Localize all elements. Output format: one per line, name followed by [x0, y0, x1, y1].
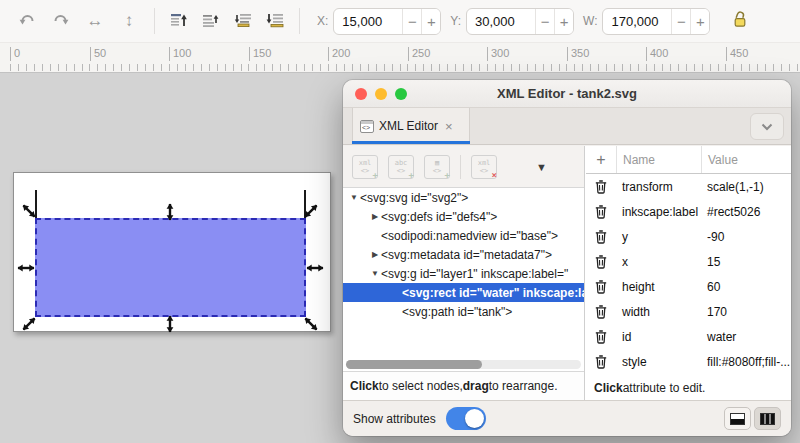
main-toolbar: ↔ ↕ X: 15,000 − + Y: 30,000 [0, 0, 800, 42]
new-element-node-button[interactable]: xml<>+ [352, 155, 378, 179]
y-increment-button[interactable]: + [554, 8, 573, 35]
tank-left-wall[interactable] [35, 190, 37, 220]
attribute-name[interactable]: style [616, 355, 701, 369]
attribute-name[interactable]: y [616, 230, 701, 244]
xml-node-tree: ▼ <svg:svg id="svg2"> ▶ <svg:defs id="de… [343, 188, 584, 348]
water-rect-selected[interactable] [35, 218, 306, 317]
delete-attribute-button[interactable] [586, 355, 616, 369]
attribute-value[interactable]: fill:#8080ff;fill-... [701, 355, 791, 369]
hint-text: attribute to edit. [623, 381, 706, 395]
attribute-value[interactable]: -90 [701, 230, 791, 244]
attribute-name[interactable]: inkscape:label [616, 205, 701, 219]
ruler-label: 200 [328, 47, 350, 61]
y-label: Y: [450, 14, 461, 28]
scrollbar-thumb[interactable] [346, 360, 482, 369]
attribute-row-transform[interactable]: transform scale(1,-1) [586, 174, 791, 199]
flip-vertical-button[interactable]: ↕ [112, 6, 146, 36]
attribute-row-inkscape-label[interactable]: inkscape:label #rect5026 [586, 199, 791, 224]
toolbar-separator [154, 8, 155, 34]
y-input[interactable]: 30,000 [467, 14, 535, 29]
ruler-label: 350 [567, 47, 589, 61]
attribute-name[interactable]: transform [616, 180, 701, 194]
w-increment-button[interactable]: + [690, 8, 709, 35]
attribute-value[interactable]: 15 [701, 255, 791, 269]
active-tab-indicator [352, 141, 470, 144]
attribute-row-y[interactable]: y -90 [586, 224, 791, 249]
delete-attribute-button[interactable] [586, 280, 616, 294]
tree-node-metadata[interactable]: ▶ <svg:metadata id="metadata7"> [343, 245, 584, 264]
horizontal-scrollbar[interactable] [346, 360, 581, 369]
vertical-layout-button[interactable] [754, 407, 781, 430]
hint-text: to select nodes, [379, 379, 463, 393]
add-attribute-button[interactable]: + [586, 146, 616, 173]
ruler-label: 400 [646, 47, 668, 61]
horizontal-layout-button[interactable] [724, 407, 751, 430]
attribute-name[interactable]: id [616, 330, 701, 344]
lock-ratio-button[interactable] [732, 10, 749, 32]
window-titlebar[interactable]: XML Editor - tank2.svg [343, 80, 791, 108]
raise-button[interactable] [195, 6, 227, 36]
dialog-menu-button[interactable] [750, 113, 784, 140]
x-decrement-button[interactable]: − [402, 8, 421, 35]
tree-node-defs[interactable]: ▶ <svg:defs id="defs4"> [343, 207, 584, 226]
delete-attribute-button[interactable] [586, 255, 616, 269]
tank-right-wall[interactable] [304, 190, 306, 220]
attribute-row-height[interactable]: height 60 [586, 274, 791, 299]
lower-icon [234, 12, 252, 31]
undo-button[interactable] [10, 6, 44, 36]
new-text-node-button[interactable]: abc<>+ [388, 155, 414, 179]
attribute-value[interactable]: 170 [701, 305, 791, 319]
delete-node-button[interactable]: xml<>× [471, 155, 497, 179]
attribute-value[interactable]: 60 [701, 280, 791, 294]
attributes-panel: + Name Value transform scale(1,-1) inksc… [586, 146, 791, 400]
trash-icon [595, 280, 607, 294]
w-field-group: W: 170,000 − + [574, 8, 710, 35]
attribute-name[interactable]: height [616, 280, 701, 294]
expander-open-icon[interactable]: ▼ [369, 269, 381, 278]
attribute-row-width[interactable]: width 170 [586, 299, 791, 324]
tab-xml-editor[interactable]: XML Editor × [352, 108, 470, 144]
attribute-value[interactable]: #rect5026 [701, 205, 791, 219]
attribute-name[interactable]: x [616, 255, 701, 269]
tree-node-namedview[interactable]: <sodipodi:namedview id="base"> [343, 226, 584, 245]
tree-node-rect-water-selected[interactable]: <svg:rect id="water" inkscape:la [343, 283, 584, 302]
flip-horizontal-button[interactable]: ↔ [78, 6, 112, 36]
w-decrement-button[interactable]: − [671, 8, 690, 35]
horizontal-ruler: 0 50 100 150 200 250 300 350 400 450 [0, 42, 800, 73]
y-decrement-button[interactable]: − [535, 8, 554, 35]
toolbar-dropdown-button[interactable]: ▼ [536, 161, 547, 173]
expander-closed-icon[interactable]: ▶ [369, 250, 381, 259]
x-spinbox: 15,000 − + [333, 8, 441, 35]
raise-to-top-icon [170, 12, 188, 31]
raise-to-top-button[interactable] [163, 6, 195, 36]
attribute-value[interactable]: scale(1,-1) [701, 180, 791, 194]
duplicate-node-button[interactable]: ▤<>+ [424, 155, 450, 179]
tree-node-path-tank[interactable]: <svg:path id="tank"> [343, 302, 584, 321]
x-input[interactable]: 15,000 [334, 14, 402, 29]
plus-badge-icon: + [373, 171, 378, 180]
tree-node-label: <svg:path id="tank"> [402, 305, 512, 319]
delete-attribute-button[interactable] [586, 180, 616, 194]
attribute-row-x[interactable]: x 15 [586, 249, 791, 274]
trash-icon [595, 205, 607, 219]
expander-closed-icon[interactable]: ▶ [369, 212, 381, 221]
attribute-value[interactable]: water [701, 330, 791, 344]
expander-open-icon[interactable]: ▼ [348, 193, 360, 202]
attribute-row-style[interactable]: style fill:#8080ff;fill-... [586, 349, 791, 374]
delete-attribute-button[interactable] [586, 305, 616, 319]
redo-button[interactable] [44, 6, 78, 36]
delete-attribute-button[interactable] [586, 205, 616, 219]
tab-close-button[interactable]: × [445, 119, 453, 134]
trash-icon [595, 180, 607, 194]
tree-node-layer-g[interactable]: ▼ <svg:g id="layer1" inkscape:label=" [343, 264, 584, 283]
attribute-row-id[interactable]: id water [586, 324, 791, 349]
delete-attribute-button[interactable] [586, 330, 616, 344]
lower-button[interactable] [227, 6, 259, 36]
x-increment-button[interactable]: + [421, 8, 440, 35]
w-input[interactable]: 170,000 [603, 14, 671, 29]
tree-node-svg-root[interactable]: ▼ <svg:svg id="svg2"> [343, 188, 584, 207]
lower-to-bottom-button[interactable] [259, 6, 291, 36]
attribute-name[interactable]: width [616, 305, 701, 319]
show-attributes-toggle[interactable] [446, 407, 486, 430]
delete-attribute-button[interactable] [586, 230, 616, 244]
